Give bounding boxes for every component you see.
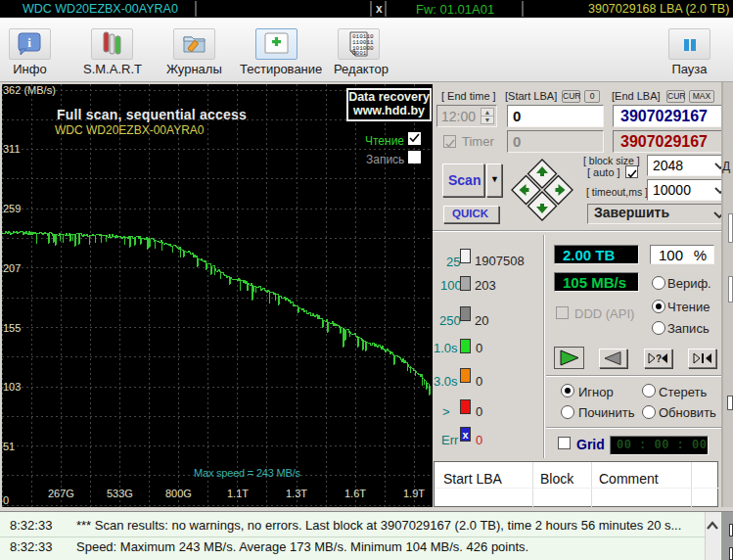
svg-text:i: i xyxy=(27,35,31,50)
svg-text:0001: 0001 xyxy=(352,50,367,57)
svg-text:?: ? xyxy=(656,353,662,364)
